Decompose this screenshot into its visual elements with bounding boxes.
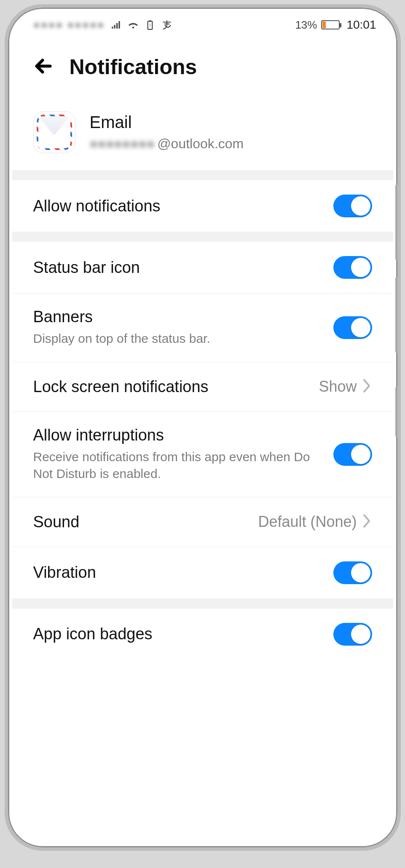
setting-label: Vibration — [33, 564, 325, 582]
toggle-allow_interruptions[interactable] — [333, 443, 372, 466]
setting-vibration[interactable]: Vibration — [12, 547, 393, 598]
setting-status_bar_icon[interactable]: Status bar icon — [12, 242, 393, 294]
toggle-status_bar_icon[interactable] — [333, 256, 372, 279]
setting-description: Receive notifications from this app even… — [33, 449, 325, 483]
email-app-icon — [33, 111, 75, 153]
svg-rect-1 — [149, 20, 150, 21]
clock: 10:01 — [346, 18, 376, 32]
section-gap — [12, 598, 393, 609]
alipay-icon — [161, 19, 172, 30]
app-name: Email — [90, 113, 244, 132]
status-bar: ●●●● ●●●●● ! 13% 10:01 — [12, 12, 393, 38]
setting-label: Sound — [33, 513, 250, 531]
setting-allow_notifications[interactable]: Allow notifications — [12, 180, 393, 232]
page-title: Notifications — [70, 55, 197, 79]
setting-label: Status bar icon — [33, 259, 325, 277]
setting-value: Default (None) — [258, 513, 357, 531]
toggle-banners[interactable] — [333, 316, 372, 339]
battery-icon — [321, 20, 340, 29]
svg-text:!: ! — [149, 23, 150, 28]
back-button[interactable] — [33, 56, 54, 78]
section-gap — [12, 232, 393, 242]
setting-app_icon_badges[interactable]: App icon badges — [12, 609, 393, 660]
section-gap — [12, 170, 393, 180]
chevron-right-icon — [361, 513, 372, 531]
arrow-left-icon — [33, 56, 54, 76]
setting-label: Banners — [33, 308, 325, 326]
setting-description: Display on top of the status bar. — [33, 330, 325, 347]
app-account: ●●●●●●●● @outlook.com — [90, 136, 244, 152]
setting-label: Allow notifications — [33, 197, 325, 215]
setting-label: Allow interruptions — [33, 426, 325, 444]
carrier-label: ●●●● ●●●●● — [33, 18, 105, 32]
toggle-vibration[interactable] — [333, 561, 372, 584]
settings-group: Allow notifications — [12, 180, 393, 232]
page-header: Notifications — [12, 38, 393, 99]
setting-label: App icon badges — [33, 625, 325, 643]
settings-group: Status bar iconBannersDisplay on top of … — [12, 242, 393, 598]
setting-banners[interactable]: BannersDisplay on top of the status bar. — [12, 294, 393, 362]
battery-percent: 13% — [295, 19, 317, 32]
wifi-icon — [128, 19, 139, 30]
setting-allow_interruptions[interactable]: Allow interruptionsReceive notifications… — [12, 412, 393, 497]
chevron-right-icon — [361, 377, 372, 396]
signal-icon — [111, 19, 122, 30]
setting-sound[interactable]: SoundDefault (None) — [12, 497, 393, 547]
toggle-app_icon_badges[interactable] — [333, 623, 372, 646]
settings-group: App icon badges — [12, 609, 393, 660]
battery-saver-icon: ! — [145, 19, 156, 30]
setting-value: Show — [319, 378, 357, 395]
setting-lock_screen[interactable]: Lock screen notificationsShow — [12, 362, 393, 412]
setting-label: Lock screen notifications — [33, 378, 311, 396]
toggle-allow_notifications[interactable] — [333, 195, 372, 217]
app-info-row: Email ●●●●●●●● @outlook.com — [12, 99, 393, 170]
